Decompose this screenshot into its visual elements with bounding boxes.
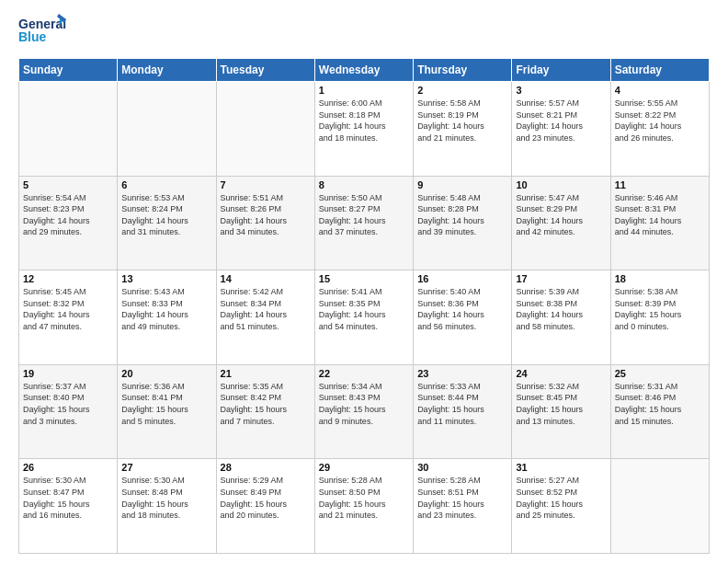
calendar-cell: 8Sunrise: 5:50 AM Sunset: 8:27 PM Daylig…: [314, 176, 413, 270]
day-number: 9: [417, 179, 507, 190]
calendar-cell: 7Sunrise: 5:51 AM Sunset: 8:26 PM Daylig…: [216, 176, 314, 270]
calendar-cell: 2Sunrise: 5:58 AM Sunset: 8:19 PM Daylig…: [414, 82, 512, 177]
day-number: 6: [121, 179, 211, 190]
day-number: 13: [121, 273, 211, 284]
day-info: Sunrise: 5:28 AM Sunset: 8:50 PM Dayligh…: [319, 475, 409, 521]
day-info: Sunrise: 5:58 AM Sunset: 8:19 PM Dayligh…: [417, 98, 507, 144]
svg-text:Blue: Blue: [18, 29, 47, 44]
calendar-week-row: 26Sunrise: 5:30 AM Sunset: 8:47 PM Dayli…: [19, 459, 710, 554]
day-info: Sunrise: 5:53 AM Sunset: 8:24 PM Dayligh…: [121, 192, 211, 238]
day-info: Sunrise: 5:46 AM Sunset: 8:31 PM Dayligh…: [615, 192, 705, 238]
day-number: 21: [221, 368, 311, 379]
calendar-week-row: 1Sunrise: 6:00 AM Sunset: 8:18 PM Daylig…: [19, 82, 710, 177]
calendar-cell: 13Sunrise: 5:43 AM Sunset: 8:33 PM Dayli…: [118, 270, 216, 365]
calendar-cell: 26Sunrise: 5:30 AM Sunset: 8:47 PM Dayli…: [19, 459, 118, 554]
calendar-week-row: 12Sunrise: 5:45 AM Sunset: 8:32 PM Dayli…: [19, 270, 710, 365]
calendar-cell: 19Sunrise: 5:37 AM Sunset: 8:40 PM Dayli…: [19, 364, 118, 459]
day-number: 26: [23, 462, 113, 473]
day-number: 28: [221, 462, 311, 473]
day-info: Sunrise: 5:30 AM Sunset: 8:48 PM Dayligh…: [121, 475, 211, 521]
calendar-cell: 6Sunrise: 5:53 AM Sunset: 8:24 PM Daylig…: [118, 176, 216, 270]
day-info: Sunrise: 5:50 AM Sunset: 8:27 PM Dayligh…: [319, 192, 409, 238]
day-number: 10: [516, 179, 606, 190]
calendar-cell: 11Sunrise: 5:46 AM Sunset: 8:31 PM Dayli…: [610, 176, 709, 270]
calendar-cell: 12Sunrise: 5:45 AM Sunset: 8:32 PM Dayli…: [19, 270, 118, 365]
day-info: Sunrise: 5:51 AM Sunset: 8:26 PM Dayligh…: [221, 192, 311, 238]
calendar-cell: 29Sunrise: 5:28 AM Sunset: 8:50 PM Dayli…: [314, 459, 413, 554]
page: General Blue SundayMondayTuesdayWednesda…: [0, 0, 728, 563]
day-number: 17: [516, 273, 606, 284]
day-number: 11: [615, 179, 705, 190]
day-info: Sunrise: 5:32 AM Sunset: 8:45 PM Dayligh…: [516, 381, 606, 427]
calendar-cell: [118, 82, 216, 177]
calendar-cell: [610, 459, 709, 554]
day-info: Sunrise: 5:54 AM Sunset: 8:23 PM Dayligh…: [23, 192, 113, 238]
day-info: Sunrise: 5:29 AM Sunset: 8:49 PM Dayligh…: [221, 475, 311, 521]
calendar-cell: 25Sunrise: 5:31 AM Sunset: 8:46 PM Dayli…: [610, 364, 709, 459]
day-number: 22: [319, 368, 409, 379]
calendar-cell: 4Sunrise: 5:55 AM Sunset: 8:22 PM Daylig…: [610, 82, 709, 177]
day-number: 23: [417, 368, 507, 379]
calendar-header-row: SundayMondayTuesdayWednesdayThursdayFrid…: [19, 59, 710, 82]
day-info: Sunrise: 5:57 AM Sunset: 8:21 PM Dayligh…: [516, 98, 606, 144]
day-number: 7: [221, 179, 311, 190]
day-number: 8: [319, 179, 409, 190]
day-info: Sunrise: 5:39 AM Sunset: 8:38 PM Dayligh…: [516, 286, 606, 332]
day-info: Sunrise: 5:33 AM Sunset: 8:44 PM Dayligh…: [417, 381, 507, 427]
calendar-cell: 10Sunrise: 5:47 AM Sunset: 8:29 PM Dayli…: [512, 176, 610, 270]
calendar-cell: 3Sunrise: 5:57 AM Sunset: 8:21 PM Daylig…: [512, 82, 610, 177]
day-info: Sunrise: 5:38 AM Sunset: 8:39 PM Dayligh…: [615, 286, 705, 332]
day-info: Sunrise: 6:00 AM Sunset: 8:18 PM Dayligh…: [319, 98, 409, 144]
day-info: Sunrise: 5:43 AM Sunset: 8:33 PM Dayligh…: [121, 286, 211, 332]
day-info: Sunrise: 5:40 AM Sunset: 8:36 PM Dayligh…: [417, 286, 507, 332]
day-number: 24: [516, 368, 606, 379]
day-number: 19: [23, 368, 113, 379]
calendar-cell: 5Sunrise: 5:54 AM Sunset: 8:23 PM Daylig…: [19, 176, 118, 270]
day-number: 31: [516, 462, 606, 473]
day-info: Sunrise: 5:31 AM Sunset: 8:46 PM Dayligh…: [615, 381, 705, 427]
day-number: 1: [319, 85, 409, 96]
header: General Blue: [18, 14, 710, 51]
calendar-header-thursday: Thursday: [414, 59, 512, 82]
day-number: 14: [221, 273, 311, 284]
calendar-cell: 24Sunrise: 5:32 AM Sunset: 8:45 PM Dayli…: [512, 364, 610, 459]
logo-svg: General Blue: [18, 14, 66, 51]
day-info: Sunrise: 5:55 AM Sunset: 8:22 PM Dayligh…: [615, 98, 705, 144]
day-info: Sunrise: 5:42 AM Sunset: 8:34 PM Dayligh…: [221, 286, 311, 332]
day-info: Sunrise: 5:41 AM Sunset: 8:35 PM Dayligh…: [319, 286, 409, 332]
calendar-cell: 28Sunrise: 5:29 AM Sunset: 8:49 PM Dayli…: [216, 459, 314, 554]
calendar-cell: [19, 82, 118, 177]
day-info: Sunrise: 5:35 AM Sunset: 8:42 PM Dayligh…: [221, 381, 311, 427]
calendar-cell: 22Sunrise: 5:34 AM Sunset: 8:43 PM Dayli…: [314, 364, 413, 459]
calendar-cell: 27Sunrise: 5:30 AM Sunset: 8:48 PM Dayli…: [118, 459, 216, 554]
day-info: Sunrise: 5:47 AM Sunset: 8:29 PM Dayligh…: [516, 192, 606, 238]
calendar-cell: 15Sunrise: 5:41 AM Sunset: 8:35 PM Dayli…: [314, 270, 413, 365]
calendar-header-tuesday: Tuesday: [216, 59, 314, 82]
logo: General Blue: [18, 14, 66, 51]
calendar-cell: 14Sunrise: 5:42 AM Sunset: 8:34 PM Dayli…: [216, 270, 314, 365]
calendar-header-saturday: Saturday: [610, 59, 709, 82]
calendar-cell: [216, 82, 314, 177]
calendar-cell: 30Sunrise: 5:28 AM Sunset: 8:51 PM Dayli…: [414, 459, 512, 554]
day-number: 16: [417, 273, 507, 284]
calendar-header-monday: Monday: [118, 59, 216, 82]
calendar-week-row: 5Sunrise: 5:54 AM Sunset: 8:23 PM Daylig…: [19, 176, 710, 270]
day-number: 15: [319, 273, 409, 284]
day-info: Sunrise: 5:27 AM Sunset: 8:52 PM Dayligh…: [516, 475, 606, 521]
day-info: Sunrise: 5:48 AM Sunset: 8:28 PM Dayligh…: [417, 192, 507, 238]
calendar-cell: 20Sunrise: 5:36 AM Sunset: 8:41 PM Dayli…: [118, 364, 216, 459]
day-info: Sunrise: 5:30 AM Sunset: 8:47 PM Dayligh…: [23, 475, 113, 521]
calendar: SundayMondayTuesdayWednesdayThursdayFrid…: [18, 58, 710, 554]
day-number: 18: [615, 273, 705, 284]
day-number: 2: [417, 85, 507, 96]
calendar-cell: 16Sunrise: 5:40 AM Sunset: 8:36 PM Dayli…: [414, 270, 512, 365]
calendar-cell: 9Sunrise: 5:48 AM Sunset: 8:28 PM Daylig…: [414, 176, 512, 270]
calendar-cell: 1Sunrise: 6:00 AM Sunset: 8:18 PM Daylig…: [314, 82, 413, 177]
day-info: Sunrise: 5:36 AM Sunset: 8:41 PM Dayligh…: [121, 381, 211, 427]
day-number: 30: [417, 462, 507, 473]
day-number: 29: [319, 462, 409, 473]
day-number: 25: [615, 368, 705, 379]
calendar-cell: 17Sunrise: 5:39 AM Sunset: 8:38 PM Dayli…: [512, 270, 610, 365]
calendar-week-row: 19Sunrise: 5:37 AM Sunset: 8:40 PM Dayli…: [19, 364, 710, 459]
day-number: 27: [121, 462, 211, 473]
